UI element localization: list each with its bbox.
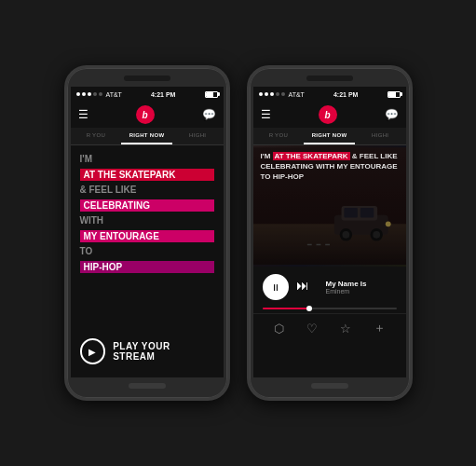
phone-left: AT&T 4:21 PM ☰ b 💬 R YOU RIGHT NOW HIGHI [64, 65, 230, 401]
beats-logo-left: b [136, 105, 155, 124]
signal-dot-r1 [259, 92, 263, 96]
progress-bar-area[interactable] [253, 308, 406, 309]
phones-container: AT&T 4:21 PM ☰ b 💬 R YOU RIGHT NOW HIGHI [64, 65, 413, 401]
tab-right-now-right[interactable]: RIGHT NOW [304, 128, 355, 144]
lyric-with: WITH [80, 214, 214, 227]
time-left: 4:21 PM [151, 91, 175, 98]
signal-dot-r4 [276, 92, 279, 96]
signal-dot-r3 [270, 92, 274, 96]
battery-area-right [388, 91, 401, 98]
progress-knob[interactable] [306, 306, 312, 311]
share-icon[interactable]: ⬡ [274, 322, 284, 336]
play-stream-button[interactable]: ▶ PLAY YOUR STREAM [80, 333, 214, 370]
phone-screen-right: AT&T 4:21 PM ☰ b 💬 R YOU RIGHT NOW HIGHI [253, 87, 406, 377]
lyric-skatepark: AT THE SKATEPARK [80, 169, 214, 181]
tab-bar-right: R YOU RIGHT NOW HIGHI [253, 128, 406, 145]
add-icon[interactable]: ＋ [374, 320, 386, 336]
status-left-right: AT&T [259, 91, 305, 98]
signal-dot-2 [82, 92, 86, 96]
signal-dot-3 [88, 92, 91, 96]
signal-dot-4 [93, 92, 97, 96]
tab-bar-left: R YOU RIGHT NOW HIGHI [71, 128, 224, 145]
carrier-left: AT&T [106, 91, 122, 98]
nav-bar-left: ☰ b 💬 [71, 102, 224, 128]
pause-button[interactable]: ⏸ [263, 274, 289, 300]
message-icon-right[interactable]: 💬 [385, 108, 399, 121]
star-icon[interactable]: ☆ [340, 322, 351, 336]
track-info: My Name Is Eminem [326, 280, 397, 295]
phone-screen-left: AT&T 4:21 PM ☰ b 💬 R YOU RIGHT NOW HIGHI [71, 87, 224, 377]
battery-icon-left [205, 91, 218, 98]
action-bar: ⬡ ♡ ☆ ＋ [253, 313, 406, 342]
tab-right-now-left[interactable]: RIGHT NOW [121, 128, 172, 144]
album-art-area: I'M AT THE SKATEPARK & FEEL LIKE CELEBRA… [253, 145, 406, 267]
hamburger-icon-right[interactable]: ☰ [261, 108, 271, 121]
battery-icon-right [388, 91, 401, 98]
progress-bar [263, 308, 397, 309]
lyric-feel: & FEEL LIKE [80, 184, 214, 197]
tab-highlights-right[interactable]: HIGHI [355, 128, 406, 144]
lyric-celebrating: CELEBRATING [80, 199, 214, 212]
track-title: My Name Is [326, 280, 397, 288]
time-right: 4:21 PM [333, 91, 358, 98]
skip-next-button[interactable]: ⏭ [296, 278, 315, 296]
status-left-left: AT&T [76, 91, 122, 98]
carrier-right: AT&T [289, 91, 305, 98]
tab-highlights-left[interactable]: HIGHI [172, 128, 224, 144]
lyric-hiphop: HIP-HOP [80, 261, 214, 273]
status-bar-left: AT&T 4:21 PM [71, 87, 224, 102]
track-artist: Eminem [326, 288, 397, 295]
heart-icon[interactable]: ♡ [306, 322, 318, 336]
signal-dot-r2 [265, 92, 268, 96]
beats-logo-right: b [319, 105, 337, 124]
signal-dot-r5 [281, 92, 285, 96]
progress-fill [263, 308, 309, 309]
signal-dot-1 [76, 92, 80, 96]
lyric-entourage: MY ENTOURAGE [80, 230, 214, 242]
player-controls: ⏸ ⏭ My Name Is Eminem [253, 267, 406, 308]
message-icon-left[interactable]: 💬 [202, 108, 216, 121]
phone-right: AT&T 4:21 PM ☰ b 💬 R YOU RIGHT NOW HIGHI [247, 65, 413, 401]
play-stream-label: PLAY YOUR STREAM [113, 341, 213, 362]
tab-for-you-left[interactable]: R YOU [71, 128, 122, 144]
lyric-im: I'M [80, 153, 214, 166]
album-lyric-text: I'M AT THE SKATEPARK & FEEL LIKE CELEBRA… [261, 151, 399, 183]
album-art-background: I'M AT THE SKATEPARK & FEEL LIKE CELEBRA… [253, 145, 406, 267]
screen1-content: I'M AT THE SKATEPARK & FEEL LIKE CELEBRA… [71, 145, 224, 377]
hamburger-icon-left[interactable]: ☰ [78, 108, 88, 121]
lyric-to: TO [80, 245, 214, 258]
tab-for-you-right[interactable]: R YOU [253, 128, 305, 144]
play-circle-icon: ▶ [80, 338, 106, 364]
battery-area-left [205, 91, 218, 98]
screen2-content: ⏸ ⏭ My Name Is Eminem ⬡ [253, 267, 406, 377]
status-bar-right: AT&T 4:21 PM [253, 87, 406, 102]
signal-dot-5 [99, 92, 102, 96]
nav-bar-right: ☰ b 💬 [253, 102, 406, 128]
